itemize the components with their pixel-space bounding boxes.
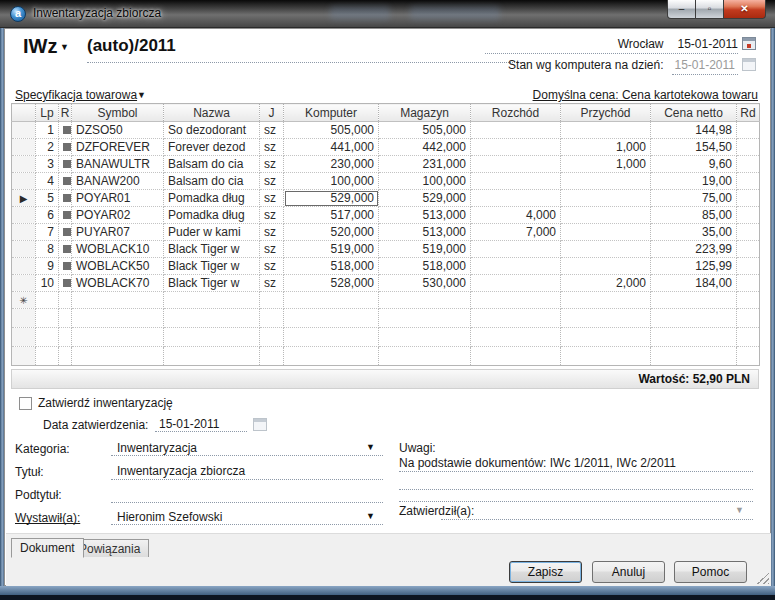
- cell-r[interactable]: [59, 292, 72, 309]
- cell-rozchod[interactable]: [471, 241, 561, 258]
- cell-symbol[interactable]: BANAW200: [72, 173, 164, 190]
- cell-cena[interactable]: 19,00: [651, 173, 737, 190]
- cell-komputer[interactable]: [284, 328, 379, 347]
- cell-symbol[interactable]: WOBLACK10: [72, 241, 164, 258]
- category-select[interactable]: Inwentaryzacja▼: [111, 441, 383, 456]
- grid-column-header[interactable]: R: [59, 104, 72, 122]
- row-selector-cell[interactable]: [12, 156, 36, 173]
- cell-komputer[interactable]: 505,000: [284, 122, 379, 139]
- cell-symbol[interactable]: DZSO50: [72, 122, 164, 139]
- cell-cena[interactable]: 35,00: [651, 224, 737, 241]
- cell-rozchod[interactable]: [471, 347, 561, 366]
- cell-nazwa[interactable]: [164, 309, 260, 328]
- cell-komputer[interactable]: [284, 309, 379, 328]
- notes-field-line1[interactable]: Na podstawie dokumentów: IWc 1/2011, IWc…: [399, 456, 753, 472]
- tab-dokument[interactable]: Dokument: [11, 538, 84, 558]
- cell-rozchod[interactable]: [471, 292, 561, 309]
- cell-komputer[interactable]: 520,000: [284, 224, 379, 241]
- grid-column-header[interactable]: Komputer: [284, 104, 379, 122]
- cell-magazyn[interactable]: 513,000: [379, 207, 471, 224]
- cell-r[interactable]: [59, 122, 72, 139]
- cell-j[interactable]: sz: [260, 190, 284, 207]
- cell-rd[interactable]: [737, 347, 760, 366]
- cell-komputer[interactable]: 528,000: [284, 275, 379, 292]
- cell-rd[interactable]: [737, 139, 760, 156]
- cell-rozchod[interactable]: [471, 275, 561, 292]
- cell-j[interactable]: sz: [260, 122, 284, 139]
- cell-symbol[interactable]: [72, 309, 164, 328]
- cell-magazyn[interactable]: 518,000: [379, 258, 471, 275]
- cell-cena[interactable]: [651, 328, 737, 347]
- resize-grip[interactable]: [757, 572, 769, 584]
- cell-symbol[interactable]: POYAR01: [72, 190, 164, 207]
- cell-cena[interactable]: [651, 309, 737, 328]
- cell-rd[interactable]: [737, 173, 760, 190]
- cell-rd[interactable]: [737, 258, 760, 275]
- city-date-row[interactable]: Wrocław15-01-2011: [485, 37, 738, 54]
- cell-j[interactable]: [260, 347, 284, 366]
- cell-r[interactable]: [59, 224, 72, 241]
- cell-symbol[interactable]: [72, 328, 164, 347]
- grid-column-header[interactable]: Lp: [36, 104, 59, 122]
- cell-lp[interactable]: [36, 292, 59, 309]
- cell-przychod[interactable]: [561, 328, 651, 347]
- grid-column-header[interactable]: Cena netto: [651, 104, 737, 122]
- cell-j[interactable]: sz: [260, 241, 284, 258]
- cell-rd[interactable]: [737, 224, 760, 241]
- save-button[interactable]: Zapisz: [509, 561, 582, 583]
- cell-r[interactable]: [59, 258, 72, 275]
- cell-rozchod[interactable]: [471, 258, 561, 275]
- row-selector-cell[interactable]: [12, 224, 36, 241]
- grid-column-header[interactable]: Nazwa: [164, 104, 260, 122]
- chevron-down-icon[interactable]: ▼: [366, 511, 375, 521]
- cell-cena[interactable]: 184,00: [651, 275, 737, 292]
- cell-rozchod[interactable]: [471, 190, 561, 207]
- cell-komputer[interactable]: 100,000: [284, 173, 379, 190]
- cell-magazyn[interactable]: 231,000: [379, 156, 471, 173]
- cell-j[interactable]: sz: [260, 207, 284, 224]
- doc-date-field[interactable]: 15-01-2011: [678, 37, 739, 51]
- grid-column-header[interactable]: J: [260, 104, 284, 122]
- cell-symbol[interactable]: WOBLACK50: [72, 258, 164, 275]
- cell-magazyn[interactable]: [379, 292, 471, 309]
- notes-field-line2[interactable]: [399, 478, 753, 490]
- cell-r[interactable]: [59, 139, 72, 156]
- cell-rozchod[interactable]: [471, 309, 561, 328]
- cell-cena[interactable]: 154,50: [651, 139, 737, 156]
- cell-j[interactable]: sz: [260, 224, 284, 241]
- cell-magazyn[interactable]: 529,000: [379, 190, 471, 207]
- cell-cena[interactable]: 9,60: [651, 156, 737, 173]
- maximize-button[interactable]: ▫: [696, 0, 723, 19]
- computer-state-date-field[interactable]: 15-01-2011: [672, 58, 739, 75]
- cell-lp[interactable]: [36, 347, 59, 366]
- row-selector-cell[interactable]: [12, 173, 36, 190]
- cell-rd[interactable]: [737, 241, 760, 258]
- cell-nazwa[interactable]: [164, 328, 260, 347]
- row-selector-cell[interactable]: [12, 122, 36, 139]
- cell-r[interactable]: [59, 241, 72, 258]
- cell-przychod[interactable]: [561, 122, 651, 139]
- grid-column-header[interactable]: Magazyn: [379, 104, 471, 122]
- cell-komputer[interactable]: [284, 347, 379, 366]
- cell-magazyn[interactable]: 100,000: [379, 173, 471, 190]
- cell-komputer[interactable]: 518,000: [284, 258, 379, 275]
- cell-magazyn[interactable]: [379, 328, 471, 347]
- grid-column-header[interactable]: Rozchód: [471, 104, 561, 122]
- cell-r[interactable]: [59, 173, 72, 190]
- cell-przychod[interactable]: [561, 224, 651, 241]
- cell-cena[interactable]: 85,00: [651, 207, 737, 224]
- cell-rd[interactable]: [737, 275, 760, 292]
- cell-symbol[interactable]: DZFOREVER: [72, 139, 164, 156]
- cell-rozchod[interactable]: [471, 156, 561, 173]
- cell-komputer[interactable]: 441,000: [284, 139, 379, 156]
- cell-cena[interactable]: [651, 347, 737, 366]
- cell-nazwa[interactable]: So dezodorant: [164, 122, 260, 139]
- cell-komputer[interactable]: 519,000: [284, 241, 379, 258]
- cell-przychod[interactable]: [561, 241, 651, 258]
- cell-magazyn[interactable]: 505,000: [379, 122, 471, 139]
- cell-przychod[interactable]: [561, 347, 651, 366]
- cell-nazwa[interactable]: Black Tiger w: [164, 241, 260, 258]
- cell-przychod[interactable]: [561, 292, 651, 309]
- cell-przychod[interactable]: 2,000: [561, 275, 651, 292]
- cell-nazwa[interactable]: Pomadka dług: [164, 190, 260, 207]
